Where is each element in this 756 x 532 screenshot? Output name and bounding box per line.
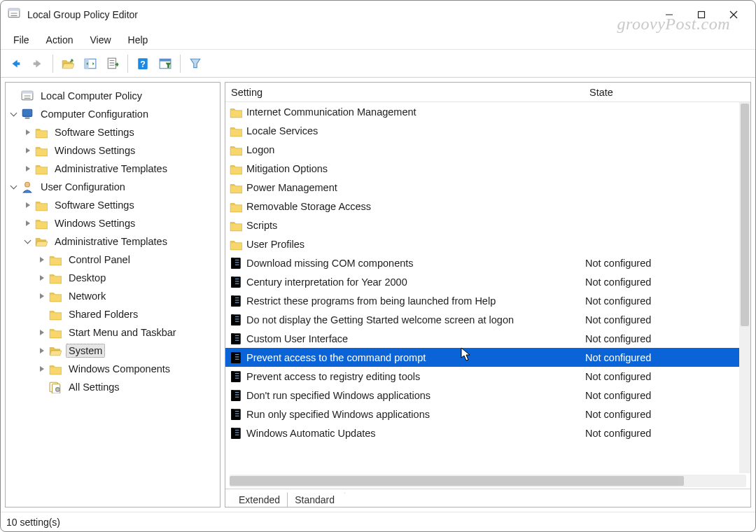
row-name: Prevent access to registry editing tools: [246, 371, 420, 382]
tree-expand-icon[interactable]: [36, 290, 48, 302]
tree-item[interactable]: Administrative Templates: [8, 232, 217, 251]
svg-text:?: ?: [140, 59, 146, 69]
tree-item[interactable]: Network: [8, 287, 217, 305]
tree-item-label: Computer Configuration: [38, 107, 151, 121]
row-name: Scripts: [246, 220, 277, 231]
tree-expand-icon[interactable]: [22, 218, 34, 229]
close-button[interactable]: [718, 4, 750, 26]
menu-view[interactable]: View: [81, 31, 119, 48]
tree-item[interactable]: Control Panel: [8, 251, 217, 269]
tree-expand-icon[interactable]: [22, 145, 34, 156]
tree-item[interactable]: Windows Settings: [8, 214, 217, 232]
tree-item[interactable]: Desktop: [8, 269, 217, 287]
list-row[interactable]: Power Management: [225, 178, 750, 197]
tree-expand-icon[interactable]: [36, 254, 48, 265]
list-row[interactable]: Mitigation Options: [225, 159, 750, 178]
tree-item[interactable]: Local Computer Policy: [8, 87, 217, 105]
all-settings-icon: [49, 381, 62, 393]
forward-button[interactable]: [27, 53, 48, 74]
tree-item[interactable]: Administrative Templates: [8, 160, 217, 178]
horizontal-scrollbar[interactable]: [230, 475, 746, 487]
list-row[interactable]: User Profiles: [225, 234, 750, 253]
filter-options-button[interactable]: [155, 53, 176, 74]
list-row[interactable]: Custom User InterfaceNot configured: [225, 329, 750, 348]
tree-item-label: All Settings: [66, 380, 122, 394]
row-name: Don't run specified Windows applications: [246, 390, 430, 401]
column-state[interactable]: State: [581, 87, 679, 98]
list-row[interactable]: Prevent access to the command promptNot …: [225, 348, 750, 367]
list-row[interactable]: Download missing COM componentsNot confi…: [225, 253, 750, 272]
pane-tabs: Extended Standard: [225, 489, 750, 507]
list-row[interactable]: Locale Services: [225, 121, 750, 140]
tree-item[interactable]: Windows Settings: [8, 141, 217, 160]
list-row[interactable]: Scripts: [225, 216, 750, 234]
toolbar-separator: [127, 55, 128, 73]
policy-icon: [230, 351, 242, 364]
tree-expand-icon[interactable]: [36, 272, 48, 284]
tree-expand-icon[interactable]: [22, 236, 34, 247]
tree-expand-icon[interactable]: [22, 127, 34, 138]
policy-icon: [230, 314, 242, 326]
tree-expand-icon[interactable]: [36, 345, 48, 356]
tree-item[interactable]: Shared Folders: [8, 305, 217, 323]
tree-item[interactable]: All Settings: [8, 378, 217, 396]
tree-item[interactable]: Windows Components: [8, 360, 217, 378]
vertical-scrollbar[interactable]: [739, 102, 750, 473]
list-row[interactable]: Run only specified Windows applicationsN…: [225, 405, 750, 424]
tree-expand-icon: [36, 309, 48, 320]
computer-icon: [21, 108, 34, 120]
tree-expand-icon[interactable]: [36, 363, 48, 374]
tree-expand-icon[interactable]: [8, 181, 20, 192]
list-row[interactable]: Prevent access to registry editing tools…: [225, 367, 750, 386]
tree-item[interactable]: User Configuration: [8, 178, 217, 196]
row-name: Run only specified Windows applications: [246, 409, 430, 420]
filter-button[interactable]: [185, 53, 206, 74]
tree-item[interactable]: Computer Configuration: [8, 105, 217, 123]
list-row[interactable]: Logon: [225, 140, 750, 159]
list-row[interactable]: Don't run specified Windows applications…: [225, 386, 750, 405]
list-row[interactable]: Century interpretation for Year 2000Not …: [225, 272, 750, 291]
row-state: Not configured: [584, 295, 738, 307]
tree-item[interactable]: System: [8, 342, 217, 360]
list-body[interactable]: Internet Communication ManagementLocale …: [225, 102, 750, 472]
column-setting[interactable]: Setting: [225, 87, 581, 98]
menu-help[interactable]: Help: [120, 31, 157, 48]
row-state: Not configured: [584, 258, 738, 269]
menu-file[interactable]: File: [5, 31, 38, 48]
row-name: Do not display the Getting Started welco…: [246, 314, 514, 326]
minimize-button[interactable]: [653, 4, 685, 26]
folder-icon: [49, 290, 62, 302]
tree-item-label: System: [66, 344, 105, 358]
row-name: Power Management: [246, 182, 337, 193]
row-state: Not configured: [584, 333, 738, 344]
folder-icon: [230, 106, 242, 118]
list-row[interactable]: Do not display the Getting Started welco…: [225, 310, 750, 329]
list-row[interactable]: Windows Automatic UpdatesNot configured: [225, 424, 750, 442]
tree-item[interactable]: Software Settings: [8, 196, 217, 214]
tab-extended[interactable]: Extended: [228, 493, 288, 507]
tree-item[interactable]: Start Menu and Taskbar: [8, 323, 217, 342]
folder-icon: [35, 162, 48, 175]
list-row[interactable]: Restrict these programs from being launc…: [225, 291, 750, 310]
row-name: Prevent access to the command prompt: [246, 352, 426, 363]
tree-expand-icon[interactable]: [22, 163, 34, 174]
tree-item-label: Network: [66, 289, 108, 303]
row-name: Century interpretation for Year 2000: [246, 276, 407, 288]
help-button[interactable]: ?: [132, 53, 153, 74]
tree-item-label: User Configuration: [38, 180, 128, 194]
show-hide-tree-button[interactable]: [80, 53, 101, 74]
list-row[interactable]: Removable Storage Access: [225, 197, 750, 216]
back-button[interactable]: [5, 53, 26, 74]
tree-expand-icon[interactable]: [22, 200, 34, 211]
tree-item[interactable]: Software Settings: [8, 123, 217, 141]
maximize-button[interactable]: [685, 4, 718, 26]
tree-pane[interactable]: Local Computer PolicyComputer Configurat…: [5, 82, 220, 507]
tree-expand-icon[interactable]: [36, 327, 48, 338]
tree-expand-icon[interactable]: [8, 108, 20, 120]
menu-action[interactable]: Action: [38, 31, 82, 48]
up-button[interactable]: [57, 53, 78, 74]
export-list-button[interactable]: [102, 53, 123, 74]
list-row[interactable]: Internet Communication Management: [225, 102, 750, 121]
tab-standard[interactable]: Standard: [287, 492, 345, 507]
folder-icon: [230, 162, 242, 175]
